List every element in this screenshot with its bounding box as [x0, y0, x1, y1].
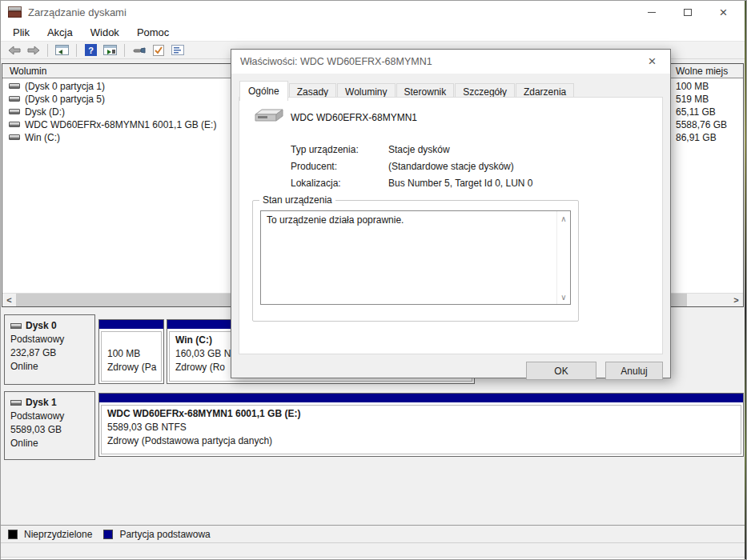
dialog-title: Właściwości: WDC WD60EFRX-68MYMN1	[240, 56, 432, 67]
disk-icon	[10, 323, 22, 329]
disk1-label-box[interactable]: Dysk 1 Podstawowy 5589,03 GB Online	[4, 391, 95, 460]
disk0-partition-1[interactable]: 100 MB Zdrowy (Pa	[98, 319, 164, 384]
window-bottom-edge	[1, 557, 745, 560]
partition-size: 100 MB	[107, 347, 155, 361]
partition-title	[107, 334, 155, 347]
disk1-size: 5589,03 GB	[10, 423, 89, 437]
disk0-name: Dysk 0	[26, 320, 57, 331]
column-header-wolne-miejsce[interactable]: Wolne miejs	[670, 64, 743, 78]
disk0-type: Podstawowy	[10, 333, 89, 346]
menu-akcja[interactable]: Akcja	[38, 24, 82, 41]
minimize-icon	[648, 12, 656, 13]
field-label-device-type: Typ urządzenia:	[291, 144, 359, 155]
partition-color-bar	[99, 394, 743, 402]
volume-name: WDC WD60EFRx-68MYMN1 6001,1 GB (E:)	[25, 119, 216, 130]
disk0-size: 232,87 GB	[10, 346, 89, 360]
field-value-device-type: Stacje dysków	[388, 144, 450, 155]
legend-label-primary-partition: Partycja podstawowa	[119, 529, 210, 540]
scroll-left-icon[interactable]: <	[2, 294, 16, 306]
volume-icon	[9, 134, 20, 140]
disk1-status: Online	[10, 437, 89, 450]
console-tree-icon[interactable]	[54, 43, 70, 57]
menu-plik[interactable]: Plik	[4, 24, 38, 41]
vertical-scrollbar[interactable]: ∧ ∨	[556, 211, 570, 304]
disk0-label-box[interactable]: Dysk 0 Podstawowy 232,87 GB Online	[4, 314, 95, 385]
ok-button[interactable]: OK	[526, 362, 596, 380]
partition-status: Zdrowy (Pa	[107, 361, 155, 374]
disk-icon	[10, 400, 22, 406]
device-status-groupbox: Stan urządzenia To urządzenie działa pop…	[252, 200, 579, 322]
properties-icon[interactable]	[170, 43, 185, 57]
disk-management-window: Zarządzanie dyskami × Plik Akcja Widok P…	[0, 0, 747, 560]
cancel-button[interactable]: Anuluj	[605, 362, 663, 380]
partition-info: 100 MB Zdrowy (Pa	[101, 331, 162, 382]
field-label-manufacturer: Producent:	[291, 161, 337, 172]
disk0-title: Dysk 0	[10, 319, 89, 333]
help-glyph: ?	[85, 44, 97, 56]
device-status-textbox[interactable]: To urządzenie działa poprawnie. ∧ ∨	[260, 210, 571, 305]
disk1-name: Dysk 1	[26, 397, 57, 408]
field-label-location: Lokalizacja:	[291, 178, 341, 189]
volume-icon	[9, 109, 20, 114]
volume-name: Win (C:)	[25, 132, 60, 143]
menu-pomoc[interactable]: Pomoc	[128, 24, 178, 41]
groupbox-title: Stan urządzenia	[259, 194, 335, 206]
back-icon[interactable]	[6, 43, 22, 57]
maximize-icon	[684, 9, 692, 16]
partition-color-bar	[99, 320, 163, 329]
partition-info: WDC WD60EFRx-68MYMN1 6001,1 GB (E:) 5589…	[101, 405, 741, 454]
legend-swatch-primary-partition	[103, 530, 113, 539]
toolbar-separator	[47, 44, 48, 57]
partition-title: WDC WD60EFRx-68MYMN1 6001,1 GB (E:)	[107, 407, 735, 421]
volume-free-space: 86,91 GB	[676, 132, 717, 143]
scroll-down-icon[interactable]: ∨	[557, 290, 570, 303]
status-bar	[1, 542, 745, 557]
volume-free-space: 519 MB	[676, 94, 709, 105]
window-title: Zarządzanie dyskami	[28, 6, 127, 18]
device-status-text: To urządzenie działa poprawnie.	[267, 214, 404, 226]
volume-name: (Dysk 0 partycja 1)	[25, 81, 105, 92]
disk1-title: Dysk 1	[10, 396, 89, 410]
properties-dialog: Właściwości: WDC WD60EFRX-68MYMN1 × Ogól…	[231, 49, 671, 378]
volume-icon	[9, 122, 20, 127]
toolbar-separator	[124, 44, 125, 57]
legend-swatch-unallocated	[8, 530, 18, 539]
volume-name: Dysk (D:)	[25, 106, 65, 118]
legend-bar: Nieprzydzielone Partycja podstawowa	[1, 525, 745, 542]
toolbar-separator	[76, 44, 77, 57]
close-icon: ×	[720, 6, 728, 19]
close-icon: ×	[649, 54, 657, 70]
device-name: WDC WD60EFRX-68MYMN1	[291, 112, 417, 123]
menu-widok[interactable]: Widok	[82, 24, 128, 41]
forward-icon[interactable]	[26, 43, 41, 57]
volume-free-space: 100 MB	[676, 81, 709, 92]
field-value-manufacturer: (Standardowe stacje dysków)	[388, 161, 514, 172]
dialog-close-button[interactable]: ×	[634, 50, 670, 74]
partition-size: 5589,03 GB NTFS	[107, 421, 735, 434]
volume-free-space: 5588,76 GB	[676, 119, 727, 130]
scroll-up-icon[interactable]: ∧	[557, 212, 570, 225]
maximize-button[interactable]	[669, 1, 705, 23]
disk0-status: Online	[10, 360, 89, 374]
scroll-right-icon[interactable]: >	[729, 294, 743, 306]
field-value-location: Bus Number 5, Target Id 0, LUN 0	[388, 178, 533, 189]
disk1-partition-1[interactable]: WDC WD60EFRx-68MYMN1 6001,1 GB (E:) 5589…	[98, 393, 744, 457]
show-console-icon[interactable]	[102, 43, 118, 57]
volume-name: (Dysk 0 partycja 5)	[25, 94, 105, 105]
volume-free-space: 65,11 GB	[676, 106, 716, 118]
dialog-title-bar: Właściwości: WDC WD60EFRX-68MYMN1 ×	[231, 50, 670, 74]
volume-icon	[9, 96, 20, 102]
minimize-button[interactable]	[633, 1, 669, 23]
tab-page-general: WDC WD60EFRX-68MYMN1 Typ urządzenia: Sta…	[239, 97, 663, 354]
volume-icon	[9, 83, 20, 89]
close-button[interactable]: ×	[705, 1, 741, 23]
disk-management-app-icon	[8, 6, 22, 18]
checklist-icon[interactable]	[151, 43, 166, 57]
window-controls: ×	[633, 1, 741, 23]
tab-ogolne[interactable]: Ogólne	[239, 81, 288, 101]
menu-bar: Plik Akcja Widok Pomoc	[1, 23, 745, 41]
help-icon[interactable]: ?	[83, 43, 98, 57]
column-header-wolumin[interactable]: Wolumin	[10, 66, 46, 77]
tools-icon[interactable]	[131, 43, 147, 57]
disk1-type: Podstawowy	[10, 410, 89, 423]
